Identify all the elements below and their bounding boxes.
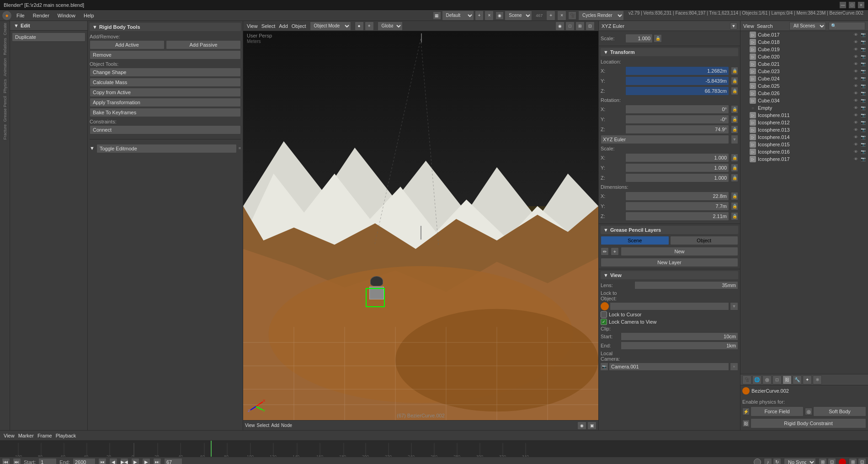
vis-ico013[interactable]: 👁 xyxy=(852,127,859,133)
rend-ico017[interactable]: 📷 xyxy=(860,156,866,162)
scale-x-val[interactable]: 1.000 xyxy=(625,153,729,162)
tl-extra-2[interactable]: ⊡ xyxy=(828,458,836,464)
scene-select[interactable]: Scene xyxy=(505,11,532,21)
view-icon[interactable]: View xyxy=(743,23,754,29)
outliner-item-cube021[interactable]: ▷ Cube.021 👁 📷 xyxy=(740,60,868,68)
outliner-item-empty[interactable]: ○ Empty 👁 📷 xyxy=(740,104,868,112)
outliner-item-ico013[interactable]: ▷ Icosphere.013 👁 📷 xyxy=(740,126,868,133)
vp-b-icon1[interactable]: ◉ xyxy=(577,421,586,430)
lens-field[interactable]: 35mm xyxy=(634,281,738,289)
rend-cube023[interactable]: 📷 xyxy=(860,68,866,75)
outliner-item-cube017[interactable]: ▷ Cube.017 👁 📷 xyxy=(740,31,868,38)
rot-z-lock[interactable]: 🔒 xyxy=(731,125,738,133)
rend-cube025[interactable]: 📷 xyxy=(860,83,866,89)
rotation-mode-dropdown[interactable]: XYZ Euler xyxy=(601,135,729,144)
gp-header[interactable]: ▼ Grease Pencil Layers xyxy=(601,226,738,234)
layout-add-button[interactable]: + xyxy=(475,11,484,21)
rend-cube034[interactable]: 📷 xyxy=(860,97,866,104)
fracture-tab[interactable]: Fracture xyxy=(3,124,7,140)
vis-ico015[interactable]: 👁 xyxy=(852,141,859,148)
vis-ico017[interactable]: 👁 xyxy=(852,156,859,162)
menu-help[interactable]: Help xyxy=(80,12,98,19)
vp-icon-b[interactable]: □ xyxy=(565,21,575,31)
loc-z-lock[interactable]: 🔒 xyxy=(731,87,738,95)
scale-x-field[interactable]: 1.000 xyxy=(625,34,653,43)
audio-icon[interactable]: ♪ xyxy=(764,458,772,464)
play-button[interactable]: ▶ xyxy=(131,458,139,464)
lock-camera-checkbox[interactable]: ✓ xyxy=(601,319,607,325)
current-frame-input[interactable] xyxy=(164,458,182,464)
vp-icon-c[interactable]: ⊞ xyxy=(575,21,585,31)
prev-keyframe-button[interactable]: ⏮ xyxy=(98,458,107,464)
create-tab[interactable]: Create xyxy=(3,23,7,35)
outliner-item-ico017[interactable]: ▷ Icosphere.017 👁 📷 xyxy=(740,155,868,163)
scale-lock-button[interactable]: 🔒 xyxy=(654,34,662,43)
close-button[interactable]: × xyxy=(858,2,864,8)
menu-window[interactable]: Window xyxy=(54,12,79,19)
toggle-editmode-button[interactable]: Toggle Editmode xyxy=(96,144,237,153)
scale-y-val[interactable]: 1.000 xyxy=(625,163,729,172)
vp-select-btn[interactable]: Select xyxy=(257,423,270,428)
playback-menu[interactable]: Playback xyxy=(56,433,76,438)
object-mode-select[interactable]: Object Mode xyxy=(310,21,351,31)
gp-new-layer-button[interactable]: New Layer xyxy=(601,258,738,267)
rigid-body-constraint-button[interactable]: Rigid Body Constraint xyxy=(751,418,866,428)
rend-ico013[interactable]: 📷 xyxy=(860,127,866,133)
dim-y-lock[interactable]: 🔒 xyxy=(731,202,738,210)
select-menu[interactable]: Select xyxy=(261,23,276,29)
next-keyframe-button[interactable]: ⏭ xyxy=(153,458,161,464)
scale-y-lock[interactable]: 🔒 xyxy=(731,164,738,172)
vis-cube024[interactable]: 👁 xyxy=(852,75,859,82)
outliner-item-ico012[interactable]: ▷ Icosphere.012 👁 📷 xyxy=(740,119,868,126)
scale-x-lock[interactable]: 🔒 xyxy=(731,154,738,162)
calculate-mass-button[interactable]: Calculate Mass xyxy=(90,78,241,87)
scene-add-button[interactable]: + xyxy=(546,11,555,21)
prop-scene-icon[interactable]: 🌐 xyxy=(752,375,761,384)
gp-new-button[interactable]: New xyxy=(621,247,738,256)
vis-ico014[interactable]: 👁 xyxy=(852,134,859,140)
rot-x-field[interactable]: 0° xyxy=(625,105,729,114)
layout-close-button[interactable]: × xyxy=(485,11,494,21)
vis-ico012[interactable]: 👁 xyxy=(852,119,859,126)
loc-y-field[interactable]: -5.8439m xyxy=(625,76,729,85)
transform-space-select[interactable]: Global xyxy=(378,21,403,31)
vis-cube025[interactable]: 👁 xyxy=(852,83,859,89)
view-menu[interactable]: View xyxy=(247,23,258,29)
vis-cube020[interactable]: 👁 xyxy=(852,53,859,60)
dim-z-val[interactable]: 2.11m xyxy=(625,212,729,221)
minimize-button[interactable]: — xyxy=(840,2,846,8)
outliner-scene-select[interactable]: All Scenes xyxy=(789,22,826,30)
tl-extra-1[interactable]: ⊞ xyxy=(819,458,827,464)
menu-render[interactable]: Render xyxy=(29,12,53,19)
vp-icon-d[interactable]: ⊡ xyxy=(586,21,595,31)
outliner-item-cube019[interactable]: ▷ Cube.019 👁 📷 xyxy=(740,46,868,53)
vis-ico011[interactable]: 👁 xyxy=(852,112,859,118)
view-menu-tl[interactable]: View xyxy=(4,433,15,438)
outliner-item-ico016[interactable]: ▷ Icosphere.016 👁 📷 xyxy=(740,148,868,155)
prop-physics-icon[interactable]: ⚛ xyxy=(813,375,822,384)
dim-x-val[interactable]: 22.8m xyxy=(625,192,729,201)
start-field[interactable]: 10cm xyxy=(621,332,738,341)
vis-empty[interactable]: 👁 xyxy=(852,105,859,111)
prop-particles-icon[interactable]: ✦ xyxy=(803,375,812,384)
outliner-item-cube024[interactable]: ▷ Cube.024 👁 📷 xyxy=(740,75,868,82)
rend-ico014[interactable]: 📷 xyxy=(860,134,866,140)
frame-menu[interactable]: Frame xyxy=(37,433,52,438)
transform-section-header[interactable]: ▼ Transform xyxy=(601,48,738,56)
vp-b-icon2[interactable]: ▣ xyxy=(587,421,596,430)
scale-z-val[interactable]: 1.000 xyxy=(625,173,729,182)
outliner-item-cube025[interactable]: ▷ Cube.025 👁 📷 xyxy=(740,82,868,90)
rot-z-field[interactable]: 74.9° xyxy=(625,125,729,134)
outliner-item-ico015[interactable]: ▷ Icosphere.015 👁 📷 xyxy=(740,141,868,148)
outliner-item-cube020[interactable]: ▷ Cube.020 👁 📷 xyxy=(740,53,868,60)
maximize-button[interactable]: □ xyxy=(849,2,855,8)
lock-object-field[interactable] xyxy=(610,302,729,310)
layout-icon[interactable]: ▦ xyxy=(433,11,441,20)
physics-tab[interactable]: Physics xyxy=(3,79,7,93)
rot-mode-expand[interactable]: ▼ xyxy=(731,135,738,144)
outliner-item-ico011[interactable]: ▷ Icosphere.011 👁 📷 xyxy=(740,112,868,119)
rot-y-field[interactable]: -0° xyxy=(625,115,729,124)
view-section-header[interactable]: ▼ View xyxy=(601,271,738,279)
outliner-item-cube034[interactable]: ▷ Cube.034 👁 📷 xyxy=(740,97,868,104)
add-active-button[interactable]: Add Active xyxy=(90,40,165,49)
